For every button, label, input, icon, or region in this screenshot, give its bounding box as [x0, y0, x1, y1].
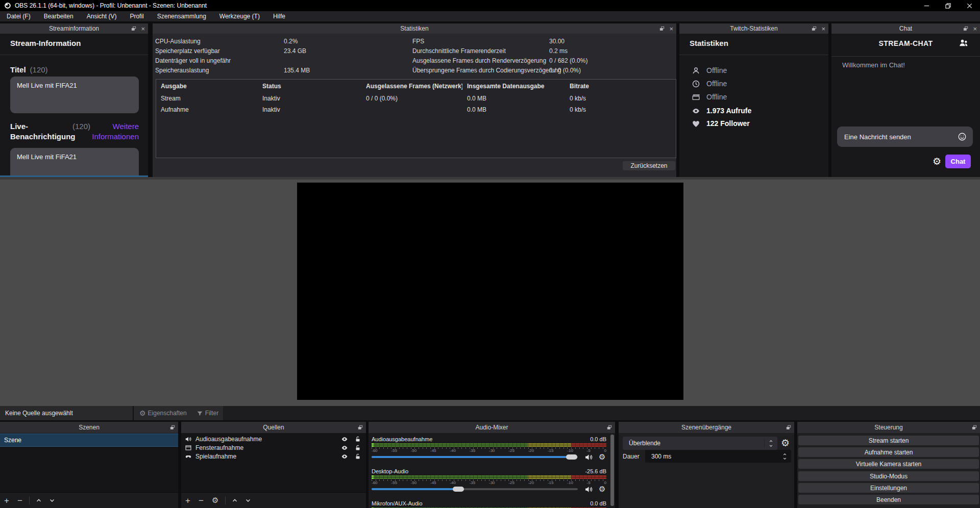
volume-meter	[372, 475, 606, 477]
dock-title: Twitch-Statistiken	[730, 25, 777, 32]
float-dock-icon[interactable]	[963, 26, 968, 31]
menu-hilfe[interactable]: Hilfe	[266, 13, 292, 20]
studio-mode-button[interactable]: Studio-Modus	[798, 471, 979, 481]
heart-icon	[692, 119, 700, 128]
menu-werkzeuge[interactable]: Werkzeuge (T)	[213, 13, 266, 20]
stat-label: Übersprungene Frames durch Codierungsver…	[412, 67, 561, 74]
slider-handle[interactable]	[453, 487, 464, 492]
scene-list-item[interactable]: Szene	[0, 434, 178, 447]
menu-datei[interactable]: Datei (F)	[0, 13, 37, 20]
source-properties-gear-icon[interactable]: ⚙	[212, 497, 218, 504]
start-recording-button[interactable]: Aufnahme starten	[798, 447, 979, 457]
source-up-button[interactable]	[232, 498, 237, 503]
chat-message-input[interactable]	[844, 133, 958, 141]
chat-settings-gear-icon[interactable]: ⚙	[933, 156, 941, 167]
remove-source-button[interactable]: −	[199, 496, 204, 505]
mute-speaker-icon[interactable]	[584, 485, 593, 494]
close-dock-icon[interactable]: ×	[669, 26, 673, 32]
properties-button[interactable]: ⚙Eigenschaften	[139, 409, 187, 417]
table-row-stream: Stream Inaktiv 0 / 0 (0.0%) 0.0 MB 0 kb/…	[156, 93, 676, 104]
close-dock-icon[interactable]: ×	[821, 26, 825, 32]
lock-icon[interactable]	[354, 444, 361, 451]
visibility-eye-icon[interactable]	[341, 436, 348, 443]
menu-ansicht[interactable]: Ansicht (V)	[80, 13, 124, 20]
float-dock-icon[interactable]	[131, 26, 136, 31]
col-dropped-frames: Ausgelassene Frames (Netzwerk)	[361, 83, 462, 90]
volume-slider[interactable]	[372, 488, 578, 490]
stream-title-input[interactable]: Mell Live mit FIFA21	[10, 77, 139, 113]
mute-speaker-icon[interactable]	[584, 453, 593, 462]
mixer-track-audioausgabe: Audioausgabeaufnahme0.0 dB -60-55-50-45-…	[372, 436, 606, 461]
float-dock-icon[interactable]	[659, 26, 665, 31]
start-virtual-camera-button[interactable]: Virtuelle Kamera starten	[798, 459, 979, 469]
float-dock-icon[interactable]	[170, 425, 175, 430]
add-scene-button[interactable]: +	[4, 496, 9, 505]
menu-profil[interactable]: Profil	[123, 13, 150, 20]
source-list-item[interactable]: Spielaufnahme	[181, 452, 366, 461]
track-settings-gear-icon[interactable]: ⚙	[599, 485, 605, 494]
mixer-scrollbar[interactable]	[610, 435, 614, 506]
source-down-button[interactable]	[246, 498, 251, 503]
transition-select[interactable]: Überblende	[623, 437, 777, 450]
mixer-track-desktop-audio: Desktop-Audio-25.6 dB -60-55-50-45-40-35…	[372, 468, 606, 493]
visibility-eye-icon[interactable]	[341, 453, 348, 460]
minimize-button[interactable]	[916, 0, 937, 11]
track-db: 0.0 dB	[590, 500, 606, 507]
float-dock-icon[interactable]	[812, 26, 817, 31]
lock-icon[interactable]	[354, 436, 361, 443]
track-settings-gear-icon[interactable]: ⚙	[599, 452, 605, 462]
chat-message-box[interactable]	[837, 126, 973, 147]
spin-down-icon[interactable]	[782, 456, 787, 461]
viewer-list-icon[interactable]	[959, 38, 969, 48]
float-dock-icon[interactable]	[972, 425, 977, 430]
close-dock-icon[interactable]: ×	[141, 26, 145, 32]
live-notification-row: Live-Benachrichtigung (120) Weitere Info…	[10, 121, 139, 142]
filters-button[interactable]: Filter	[197, 410, 219, 417]
spin-up-icon[interactable]	[782, 452, 787, 456]
stat-value: 0 / 682 (0.0%)	[549, 57, 587, 64]
lock-icon[interactable]	[354, 453, 361, 460]
eye-icon	[692, 107, 700, 115]
reset-button[interactable]: Zurücksetzen	[623, 161, 675, 170]
twitch-stat-stream-status: Offline	[692, 64, 727, 77]
start-streaming-button[interactable]: Stream starten	[798, 436, 979, 445]
float-dock-icon[interactable]	[607, 425, 612, 430]
filter-icon	[197, 410, 203, 417]
live-notification-input[interactable]: Mell Live mit FiFA21	[10, 148, 139, 177]
dock-scenes: Szenen Szene + −	[0, 422, 178, 508]
float-dock-icon[interactable]	[358, 425, 363, 430]
close-dock-icon[interactable]: ×	[973, 26, 977, 32]
add-source-button[interactable]: +	[185, 496, 190, 505]
track-name: Audioausgabeaufnahme	[372, 436, 432, 443]
menu-bearbeiten[interactable]: Bearbeiten	[37, 13, 80, 20]
restore-button[interactable]	[937, 0, 959, 11]
output-table: Ausgabe Status Ausgelassene Frames (Netz…	[156, 79, 676, 158]
close-button[interactable]	[959, 0, 980, 11]
settings-button[interactable]: Einstellungen	[798, 483, 979, 493]
chat-send-button[interactable]: Chat	[945, 155, 971, 168]
menu-szenensammlung[interactable]: Szenensammlung	[151, 13, 213, 20]
dock-title: Streaminformation	[49, 25, 99, 32]
source-list-item[interactable]: Fensteraufnahme	[181, 443, 366, 452]
live-notification-label: Live-Benachrichtigung	[10, 121, 72, 142]
meter-scale: -60-55-50-45-40-35-30-25-20-15-10-50	[372, 479, 606, 485]
visibility-eye-icon[interactable]	[341, 444, 348, 451]
remove-scene-button[interactable]: −	[17, 496, 22, 505]
stat-label: FPS	[412, 38, 424, 45]
more-information-link[interactable]: Weitere Informationen	[92, 121, 139, 142]
toolbar-separator	[225, 496, 226, 504]
emote-icon[interactable]	[958, 132, 967, 141]
window-icon	[185, 444, 192, 451]
live-notification-limit: (120)	[72, 121, 92, 142]
transition-settings-gear-icon[interactable]: ⚙	[781, 437, 790, 448]
exit-button[interactable]: Beenden	[798, 495, 979, 504]
duration-spinbox[interactable]: 300 ms	[645, 450, 791, 463]
source-list-item[interactable]: Audioausgabeaufnahme	[181, 435, 366, 443]
volume-slider[interactable]	[372, 456, 578, 458]
float-dock-icon[interactable]	[786, 425, 791, 430]
slider-handle[interactable]	[566, 454, 577, 460]
scene-down-button[interactable]	[50, 498, 55, 503]
stat-value: 0 / 0 (0.0%)	[549, 67, 581, 74]
scene-up-button[interactable]	[36, 498, 41, 503]
dock-audio-mixer: Audio-Mixer Audioausgabeaufnahme0.0 dB -…	[369, 422, 615, 508]
